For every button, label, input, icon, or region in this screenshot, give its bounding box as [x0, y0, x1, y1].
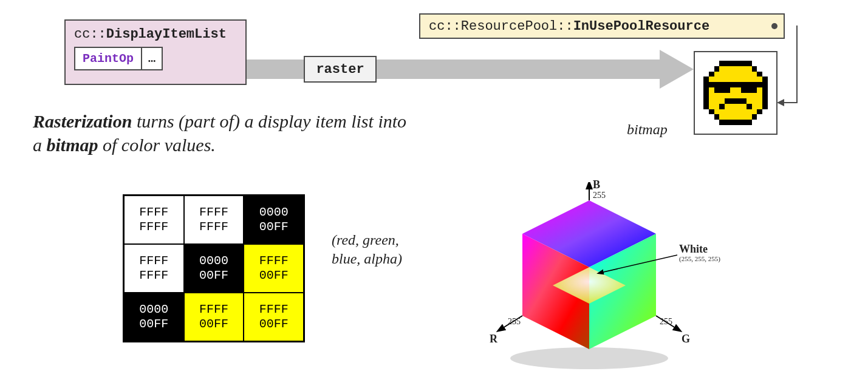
color-grid-cell: FFFF00FF	[244, 244, 304, 293]
svg-rect-2	[719, 66, 751, 72]
description-text: Rasterization turns (part of) a display …	[33, 109, 409, 157]
cube-g-255: 255	[660, 317, 672, 327]
svg-rect-21	[757, 109, 762, 115]
svg-rect-3	[752, 66, 757, 72]
dil-namespace: cc::	[74, 27, 106, 42]
paintop-cell: PaintOp	[74, 47, 142, 70]
connector-arrowhead	[777, 99, 784, 106]
svg-rect-16	[725, 98, 746, 104]
paintop-row: PaintOp …	[74, 47, 237, 70]
color-grid-row: FFFFFFFF000000FFFFFF00FF	[124, 244, 304, 293]
svg-rect-5	[714, 72, 757, 77]
svg-rect-0	[719, 61, 751, 66]
svg-rect-1	[714, 66, 720, 72]
color-grid-cell: 000000FF	[124, 293, 184, 341]
cube-axis-g-label: G	[682, 333, 690, 345]
svg-rect-7	[703, 77, 709, 82]
arrow-head	[660, 50, 694, 89]
color-grid-cell: FFFF00FF	[244, 293, 304, 341]
desc-lead: Rasterization	[33, 111, 132, 131]
cube-white-label: White	[679, 243, 708, 256]
rp-classname: InUsePoolResource	[573, 19, 709, 34]
svg-rect-14	[714, 87, 731, 93]
raster-label-box: raster	[304, 56, 377, 83]
svg-rect-25	[719, 120, 751, 125]
color-grid-cell: FFFFFFFF	[124, 244, 184, 293]
svg-point-26	[510, 347, 668, 369]
cube-axis-r-label: R	[490, 333, 497, 345]
color-grid-cell: 000000FF	[184, 244, 244, 293]
bitmap-label: bitmap	[627, 121, 668, 138]
connector-horizontal	[783, 102, 798, 103]
svg-rect-17	[719, 104, 725, 109]
svg-rect-6	[757, 72, 762, 77]
rp-middle: ResourcePool::	[461, 19, 573, 34]
svg-rect-22	[714, 114, 720, 120]
svg-rect-9	[762, 77, 768, 82]
svg-rect-24	[752, 114, 757, 120]
svg-rect-11	[762, 82, 768, 109]
smiley-pixel-icon	[698, 55, 773, 131]
color-grid: FFFFFFFFFFFFFFFF000000FFFFFFFFFF000000FF…	[123, 194, 305, 342]
resource-pool-box: cc::ResourcePool::InUsePoolResource	[419, 13, 785, 39]
cube-axis-b-label: B	[593, 179, 600, 191]
color-grid-row: 000000FFFFFF00FFFFFF00FF	[124, 293, 304, 341]
color-grid-cell: 000000FF	[244, 196, 304, 244]
desc-bitmap: bitmap	[47, 135, 98, 155]
rgb-cube-diagram: B 255 R 255 G 255 White (255, 255, 255)	[468, 182, 723, 376]
rgba-label: (red, green, blue, alpha)	[332, 231, 441, 268]
rgba-line2: blue, alpha)	[332, 251, 402, 267]
color-grid-row: FFFFFFFFFFFFFFFF000000FF	[124, 196, 304, 244]
cube-b-255: 255	[593, 191, 606, 200]
svg-rect-4	[709, 72, 714, 77]
svg-rect-19	[709, 109, 714, 115]
rgba-line1: (red, green,	[332, 232, 399, 248]
cube-white-sub: (255, 255, 255)	[679, 255, 720, 262]
display-item-list-box: cc::DisplayItemList PaintOp …	[64, 19, 247, 85]
rp-connector-dot	[771, 23, 777, 29]
cube-r-255: 255	[508, 317, 521, 327]
display-item-list-title: cc::DisplayItemList	[74, 27, 237, 42]
connector-vertical	[796, 26, 798, 103]
svg-rect-23	[719, 114, 751, 120]
svg-rect-8	[709, 77, 763, 82]
color-grid-cell: FFFFFFFF	[124, 196, 184, 244]
svg-rect-10	[703, 82, 709, 109]
bitmap-image-box	[694, 51, 777, 135]
paintop-ellipsis: …	[142, 47, 163, 70]
svg-rect-13	[709, 82, 763, 87]
dil-classname: DisplayItemList	[106, 27, 227, 42]
rp-namespace: cc::	[429, 19, 461, 34]
color-grid-cell: FFFF00FF	[184, 293, 244, 341]
svg-rect-18	[747, 104, 752, 109]
svg-rect-20	[714, 109, 757, 115]
color-grid-cell: FFFFFFFF	[184, 196, 244, 244]
desc-tail: of color values.	[98, 135, 216, 155]
svg-rect-15	[741, 87, 757, 93]
